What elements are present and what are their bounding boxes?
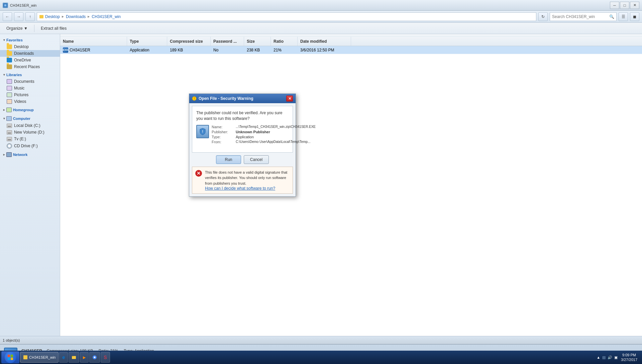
lib-icon <box>7 93 12 97</box>
toolbar: Organize ▼ Extract all files <box>0 23 642 34</box>
svg-rect-4 <box>8 355 10 357</box>
chevron-right-icon: ► <box>3 108 6 112</box>
column-header-date[interactable]: Date modified <box>298 37 351 46</box>
sidebar-item-tv-e[interactable]: Tv (E:) <box>0 136 60 142</box>
sidebar-item-recent-places-label: Recent Places <box>14 64 40 69</box>
path-current[interactable]: CH341SER_win <box>92 14 121 19</box>
svg-point-13 <box>94 357 96 358</box>
close-button[interactable]: ✕ <box>630 2 639 9</box>
search-box[interactable]: 🔍 <box>550 12 617 21</box>
sidebar-item-downloads-label: Downloads <box>14 51 34 56</box>
taskbar-app-file-manager[interactable] <box>69 352 79 363</box>
sidebar-item-documents[interactable]: Documents <box>0 78 60 85</box>
sidebar-item-videos[interactable]: Videos <box>0 98 60 105</box>
folder-icon <box>7 51 12 56</box>
file-list: Name Type Compressed size Password ... S… <box>60 34 642 336</box>
network-tray-icon: ▤ <box>602 355 606 360</box>
extract-all-button[interactable]: Extract all files <box>37 25 70 32</box>
sidebar-item-documents-label: Documents <box>14 79 34 84</box>
security-warning-link[interactable]: How can I decide what software to run? <box>205 186 290 191</box>
path-demo-user[interactable]: Desktop <box>45 14 60 19</box>
forward-button[interactable]: → <box>14 12 23 21</box>
sidebar-item-new-volume[interactable]: New Volume (D:) <box>0 129 60 136</box>
cancel-button[interactable]: Cancel <box>244 155 269 164</box>
column-header-ratio[interactable]: Ratio <box>271 37 298 46</box>
file-row[interactable]: EXE CH341SER Application 189 KB No 238 K… <box>60 46 642 54</box>
sidebar-libraries-header[interactable]: ▼ Libraries <box>0 71 60 78</box>
column-header-password[interactable]: Password ... <box>211 37 244 46</box>
dialog-close-button[interactable]: ✕ <box>286 96 293 102</box>
organize-button[interactable]: Organize ▼ <box>3 25 31 32</box>
view-options-button[interactable]: ☰ <box>619 12 628 21</box>
folder-icon <box>7 44 12 49</box>
dialog-body: The publisher could not be verified. Are… <box>192 106 293 153</box>
taskbar-app-media[interactable]: ▶ <box>80 352 89 363</box>
svg-text:✕: ✕ <box>197 171 201 176</box>
sidebar-libraries-label: Libraries <box>6 73 22 77</box>
taskbar-app-chrome[interactable] <box>89 352 100 363</box>
up-button[interactable]: ↑ <box>25 12 35 21</box>
window-controls: ─ □ ✕ <box>610 2 639 9</box>
column-header-compressed-size[interactable]: Compressed size <box>167 37 211 46</box>
sidebar-favorites-label: Favorites <box>6 38 23 42</box>
sidebar-item-videos-label: Videos <box>14 99 26 104</box>
dialog-type-label: Type: <box>212 135 236 139</box>
main-layout: ▼ Favorites Desktop Downloads OneDrive R… <box>0 34 642 336</box>
run-button[interactable]: Run <box>216 155 241 164</box>
taskbar-app-explorer[interactable]: CH341SER_win <box>20 352 59 363</box>
app-icon: EXE <box>63 47 68 53</box>
dialog-info-section: ! Name: ...\Temp\Temp1_CH341SER_win.zip\… <box>196 125 289 145</box>
status-bar: 1 object(s) <box>0 336 642 344</box>
taskbar-app-sticker[interactable]: S <box>101 352 110 363</box>
sidebar-network-header[interactable]: ► Network <box>0 151 60 158</box>
sidebar-computer-header[interactable]: ▼ Computer <box>0 115 60 122</box>
sidebar-item-music[interactable]: Music <box>0 85 60 92</box>
path-downloads[interactable]: Downloads <box>66 14 86 19</box>
back-button[interactable]: ← <box>3 12 12 21</box>
show-hidden-icon[interactable]: ▲ <box>597 355 600 359</box>
title-bar: CH341SER_win ─ □ ✕ <box>0 0 642 11</box>
sidebar-item-pictures[interactable]: Pictures <box>0 92 60 98</box>
address-bar: ← → ↑ Desktop ► Downloads ► CH341SER_win… <box>0 11 642 23</box>
cd-icon <box>7 143 12 149</box>
sidebar-favorites-header[interactable]: ▼ Favorites <box>0 37 60 43</box>
search-input[interactable] <box>552 14 609 19</box>
sidebar-item-desktop[interactable]: Desktop <box>0 43 60 50</box>
chrome-icon <box>92 355 97 360</box>
sidebar-item-cd-drive[interactable]: CD Drive (F:) <box>0 142 60 150</box>
sidebar-network-label: Network <box>13 153 27 157</box>
dialog-security-warning: ✕ This file does not have a valid digita… <box>192 167 293 194</box>
start-orb <box>5 352 16 363</box>
refresh-button[interactable]: ↻ <box>538 12 548 21</box>
dialog-from-row: From: C:\Users\Demo User\AppData\Local\T… <box>212 140 316 144</box>
taskbar-app-ie[interactable]: e <box>59 352 68 363</box>
svg-rect-7 <box>11 358 13 360</box>
security-warning-dialog: ! Open File - Security Warning ✕ The pub… <box>189 94 296 197</box>
preview-pane-button[interactable]: ◼ <box>630 12 639 21</box>
maximize-button[interactable]: □ <box>620 2 629 9</box>
column-header-size[interactable]: Size <box>244 37 271 46</box>
sidebar-item-tv-label: Tv (E:) <box>14 137 26 141</box>
sidebar-item-onedrive[interactable]: OneDrive <box>0 57 60 63</box>
column-header-name[interactable]: Name <box>60 37 127 46</box>
sidebar-item-local-disk[interactable]: Local Disk (C:) <box>0 122 60 129</box>
dialog-warning-header: The publisher could not be verified. Are… <box>196 110 289 122</box>
svg-rect-1 <box>4 4 6 6</box>
dialog-type-value: Application <box>236 135 254 139</box>
computer-icon <box>6 116 12 121</box>
drive-icon <box>7 137 12 141</box>
file-name: CH341SER <box>70 48 90 52</box>
start-button[interactable] <box>1 351 19 363</box>
sidebar-item-local-disk-label: Local Disk (C:) <box>14 123 40 128</box>
file-name-cell: EXE CH341SER <box>60 47 127 53</box>
sidebar-item-cd-label: CD Drive (F:) <box>14 144 38 148</box>
status-items-count: 1 object(s) <box>3 338 20 342</box>
sidebar-homegroup-header[interactable]: ► Homegroup <box>0 106 60 114</box>
sidebar-homegroup-label: Homegroup <box>13 108 34 112</box>
sidebar-item-recent-places[interactable]: Recent Places <box>0 63 60 70</box>
minimize-button[interactable]: ─ <box>610 2 619 9</box>
address-path[interactable]: Desktop ► Downloads ► CH341SER_win <box>37 12 536 21</box>
column-header-type[interactable]: Type <box>127 37 167 46</box>
taskbar-clock[interactable]: 9:09 PM 3/27/2017 <box>621 353 637 362</box>
sidebar-item-downloads[interactable]: Downloads <box>0 50 60 57</box>
